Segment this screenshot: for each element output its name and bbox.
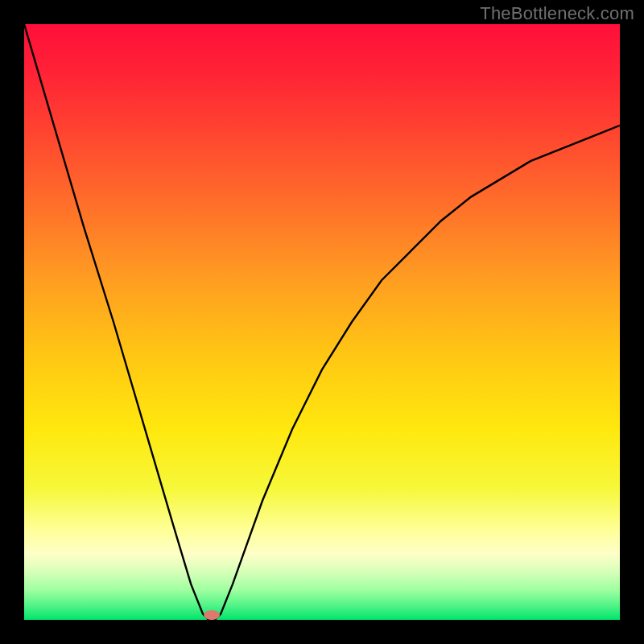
bottleneck-curve bbox=[24, 24, 620, 620]
curve-path bbox=[24, 24, 620, 620]
chart-frame: TheBottleneck.com bbox=[0, 0, 644, 644]
plot-area bbox=[24, 24, 620, 620]
watermark-text: TheBottleneck.com bbox=[480, 3, 634, 24]
minimum-marker bbox=[204, 610, 220, 620]
